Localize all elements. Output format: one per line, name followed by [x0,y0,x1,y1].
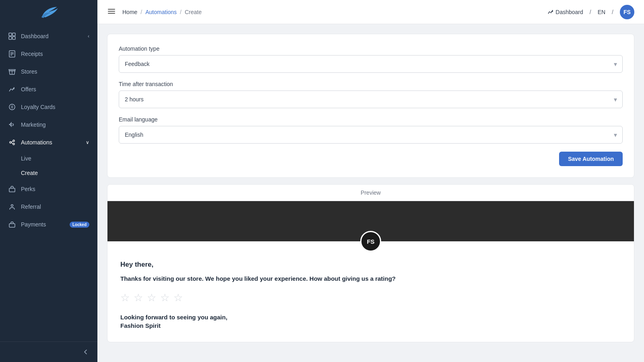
sidebar-item-label: Receipts [21,51,43,57]
avatar[interactable]: FS [620,5,634,19]
sidebar-item-marketing[interactable]: Marketing [0,116,97,134]
time-select[interactable]: 1 hour 2 hours 4 hours 8 hours 24 hours [119,90,623,108]
svg-point-11 [13,140,14,142]
sidebar-item-label: Perks [21,186,35,192]
offers-icon [8,85,16,93]
sidebar-item-label: Stores [21,68,37,75]
star-5[interactable]: ☆ [173,292,183,304]
sidebar-item-offers[interactable]: Offers [0,80,97,98]
topbar: Home / Automations / Create Dashboard / … [97,0,644,24]
referral-icon [8,203,16,211]
breadcrumb-current: Create [185,9,202,15]
sidebar-item-automations[interactable]: Automations ∨ [0,134,97,151]
dashboard-icon [8,32,16,40]
email-language-group: Email language English French Spanish Ge… [119,116,623,144]
breadcrumb: Home / Automations / Create [122,9,541,15]
language-select[interactable]: English French Spanish German [119,126,623,144]
sidebar-footer [0,341,97,362]
time-select-wrapper: 1 hour 2 hours 4 hours 8 hours 24 hours … [119,90,623,108]
star-3[interactable]: ☆ [147,292,156,304]
sidebar-navigation: Dashboard ‹ Receipts Stores Offers [0,24,97,341]
topbar-language[interactable]: EN [598,9,605,15]
sidebar-item-referral[interactable]: Referral [0,198,97,216]
sidebar-item-loyalty-cards[interactable]: Loyalty Cards [0,98,97,116]
chevron-right-icon: ‹ [88,33,89,39]
sidebar-item-stores[interactable]: Stores [0,63,97,80]
hamburger-menu[interactable] [107,7,116,17]
email-language-label: Email language [119,116,623,123]
sidebar-sub-item-create[interactable]: Create [0,166,97,180]
topbar-right: Dashboard / EN / FS [547,5,634,19]
sidebar-item-label: Offers [21,86,36,93]
collapse-icon[interactable] [82,348,89,356]
chart-icon [547,9,554,15]
sidebar-item-label: Marketing [21,121,45,128]
chevron-down-icon: ∨ [86,140,89,145]
sidebar-item-payments[interactable]: Payments Locked [0,216,97,233]
automation-type-select[interactable]: Feedback Welcome Follow-up [119,55,623,73]
automations-icon [8,138,16,146]
logo-icon [39,5,59,19]
svg-rect-2 [9,37,12,39]
svg-rect-0 [9,33,12,36]
main-content: Home / Automations / Create Dashboard / … [97,0,644,362]
star-2[interactable]: ☆ [134,292,143,304]
sidebar-item-label: Automations [21,139,52,146]
preview-card: Preview FS Hey there, Thanks for visitin… [107,184,634,342]
payments-icon [8,220,16,228]
preview-body: Hey there, Thanks for visiting our store… [107,241,634,342]
star-1[interactable]: ☆ [120,292,130,304]
sidebar: Dashboard ‹ Receipts Stores Offers [0,0,97,362]
svg-point-10 [10,142,11,143]
preview-stars: ☆ ☆ ☆ ☆ ☆ [120,292,621,304]
breadcrumb-automations[interactable]: Automations [145,9,177,15]
sidebar-item-dashboard[interactable]: Dashboard ‹ [0,27,97,45]
sidebar-logo [0,0,97,24]
breadcrumb-home[interactable]: Home [122,9,137,15]
svg-point-12 [13,143,14,145]
perks-icon [8,185,16,193]
sidebar-item-label: Payments [21,221,46,228]
stores-icon [8,68,16,76]
topbar-dashboard-label: Dashboard [555,9,583,15]
receipts-icon [8,50,16,58]
topbar-separator: / [590,9,591,15]
svg-rect-3 [12,37,15,39]
preview-greeting: Hey there, [120,261,621,269]
time-after-transaction-label: Time after transaction [119,81,623,87]
svg-point-16 [11,205,13,207]
svg-line-14 [11,143,13,144]
automation-type-label: Automation type [119,45,623,52]
sidebar-item-perks[interactable]: Perks [0,180,97,198]
preview-logo: FS [360,231,381,252]
language-select-wrapper: English French Spanish German ▾ [119,126,623,144]
topbar-separator-2: / [612,9,613,15]
svg-rect-1 [12,33,15,36]
breadcrumb-separator: / [140,9,142,15]
locked-badge: Locked [70,222,89,228]
preview-header: Preview [107,185,634,201]
time-after-transaction-group: Time after transaction 1 hour 2 hours 4 … [119,81,623,108]
breadcrumb-separator-2: / [180,9,182,15]
sidebar-item-label: Referral [21,204,41,210]
svg-rect-17 [9,224,15,227]
sidebar-sub-item-live[interactable]: Live [0,151,97,166]
preview-closing: Looking forward to seeing you again, [120,314,621,321]
automation-type-group: Automation type Feedback Welcome Follow-… [119,45,623,73]
automation-form-card: Automation type Feedback Welcome Follow-… [107,34,634,178]
sidebar-sub-item-label: Live [21,155,31,162]
save-automation-button[interactable]: Save Automation [559,152,623,166]
preview-signature: Fashion Spirit [120,322,621,329]
sidebar-item-label: Loyalty Cards [21,104,56,110]
marketing-icon [8,121,16,129]
star-4[interactable]: ☆ [160,292,169,304]
topbar-dashboard-link[interactable]: Dashboard [547,9,583,15]
content-area: Automation type Feedback Welcome Follow-… [97,24,644,362]
sidebar-item-label: Dashboard [21,33,49,39]
preview-banner: FS [107,201,634,241]
preview-message: Thanks for visiting our store. We hope y… [120,274,621,284]
loyalty-cards-icon [8,103,16,111]
automation-type-select-wrapper: Feedback Welcome Follow-up ▾ [119,55,623,73]
svg-line-13 [11,141,13,142]
sidebar-item-receipts[interactable]: Receipts [0,45,97,63]
